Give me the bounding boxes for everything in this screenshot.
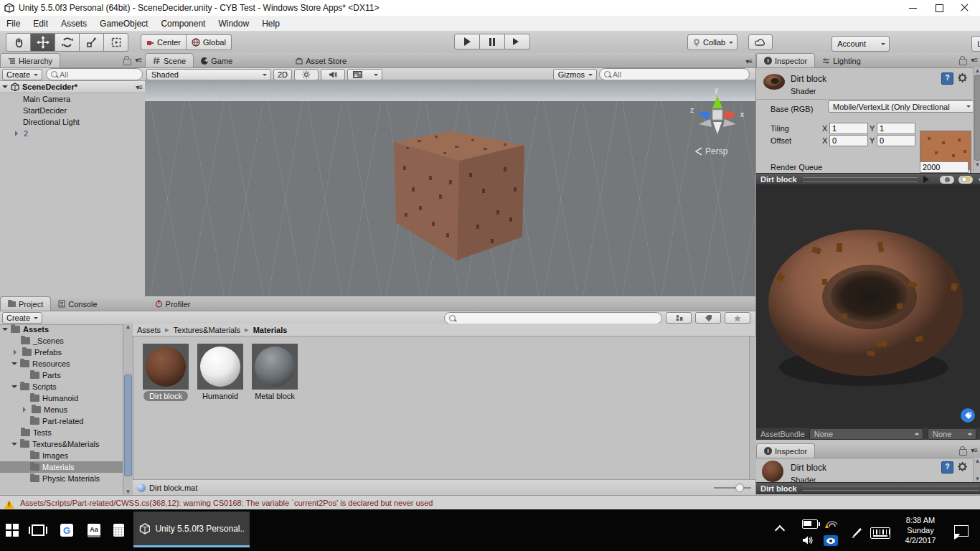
space-toggle-button[interactable]: Global <box>187 34 232 50</box>
search-by-type-button[interactable] <box>666 312 692 324</box>
thumbnail-size-slider[interactable] <box>714 484 744 492</box>
panel-menu-icon[interactable]: ▾≡ <box>971 446 977 456</box>
help-icon[interactable]: ? <box>941 461 953 474</box>
tree-prefabs[interactable]: Prefabs <box>0 347 133 358</box>
tree-scenes[interactable]: _Scenes <box>0 335 133 347</box>
hierarchy-item-2[interactable]: 2 <box>0 128 145 139</box>
tree-part-related[interactable]: Part-related <box>0 415 133 427</box>
chrome-taskbar-button[interactable]: G <box>60 509 73 551</box>
render-queue-field[interactable] <box>920 161 969 173</box>
preview-shape-button[interactable] <box>940 176 954 184</box>
scene-search[interactable] <box>599 68 750 80</box>
scale-tool-button[interactable] <box>80 33 104 52</box>
preview-play-icon[interactable] <box>923 176 933 183</box>
eye-care-tray-icon[interactable] <box>824 535 838 546</box>
account-dropdown[interactable]: Account <box>831 36 890 52</box>
asset-dirt-block[interactable]: Dirt block <box>143 344 189 400</box>
shading-mode-dropdown[interactable]: Shaded <box>146 69 271 80</box>
start-button[interactable] <box>6 509 19 551</box>
volume-icon[interactable] <box>802 535 815 547</box>
breadcrumb-textures-materials[interactable]: Textures&Materials <box>174 326 241 334</box>
gizmos-dropdown[interactable]: Gizmos <box>553 69 597 80</box>
hierarchy-create-dropdown[interactable]: Create <box>2 69 42 80</box>
layers-dropdown[interactable]: Layers <box>971 36 980 52</box>
project-create-dropdown[interactable]: Create <box>2 312 42 324</box>
tiling-y-field[interactable] <box>877 123 915 134</box>
scene-effects-dropdown[interactable] <box>347 69 382 80</box>
panel-menu-icon[interactable]: ▾≡ <box>135 56 141 65</box>
pause-button[interactable] <box>480 34 505 50</box>
scene-audio-button[interactable] <box>321 69 345 80</box>
tree-images[interactable]: Images <box>0 450 133 461</box>
tree-humanoid[interactable]: Humanoid <box>0 392 133 404</box>
project-search-input[interactable] <box>458 314 657 322</box>
slider-thumb[interactable] <box>735 484 744 492</box>
scene-viewport[interactable]: y x z Persp <box>145 80 755 296</box>
tree-assets[interactable]: Assets <box>0 324 133 335</box>
menu-gameobject[interactable]: GameObject <box>93 16 154 31</box>
favorites-button[interactable] <box>725 312 750 324</box>
tab-inspector[interactable]: i Inspector <box>756 53 815 67</box>
tab-project[interactable]: Project <box>0 296 51 311</box>
move-tool-button[interactable] <box>31 33 55 52</box>
hierarchy-item-main-camera[interactable]: Main Camera <box>0 93 145 105</box>
shader-dropdown[interactable]: Mobile/VertexLit (Only Directional <box>828 100 974 113</box>
asset-humanoid[interactable]: Humanoid <box>197 344 243 400</box>
drag-handle[interactable] <box>803 486 979 491</box>
unity-taskbar-button[interactable]: Unity 5.5.0f3 Personal... <box>133 512 250 547</box>
asset-metal-block[interactable]: Metal block <box>252 344 298 400</box>
rotate-tool-button[interactable] <box>55 33 80 52</box>
calculator-taskbar-button[interactable] <box>113 509 124 551</box>
project-tree-scrollbar[interactable]: ▲ ▼ <box>123 324 133 495</box>
tree-menus[interactable]: Menus <box>0 404 133 415</box>
tree-materials[interactable]: Materials <box>0 461 133 473</box>
tab-lighting[interactable]: Lighting <box>815 54 868 67</box>
hierarchy-item-directional-light[interactable]: Directional Light <box>0 116 145 128</box>
hierarchy-search-input[interactable] <box>60 70 138 79</box>
tray-clock[interactable]: 8:38 AM Sunday 4/2/2017 <box>895 515 946 545</box>
preview2-header[interactable]: Dirt block <box>756 482 980 494</box>
dictionary-taskbar-button[interactable]: Aa <box>88 509 100 551</box>
help-icon[interactable]: ? <box>941 72 953 85</box>
tree-textures-materials[interactable]: Textures&Materials <box>0 438 133 450</box>
menu-window[interactable]: Window <box>212 16 255 31</box>
assetbundle-dropdown[interactable]: None <box>809 428 923 440</box>
panel-menu-icon[interactable]: ▾≡ <box>745 57 755 67</box>
asset-grid-scrollbar[interactable] <box>749 336 756 479</box>
expand-icon[interactable] <box>2 85 8 91</box>
maximize-button[interactable] <box>934 3 944 13</box>
persp-label[interactable]: Persp <box>705 146 728 156</box>
collab-dropdown[interactable]: Collab <box>687 34 738 50</box>
task-view-button[interactable] <box>32 509 44 551</box>
inspector-scrollbar[interactable]: ▲ ▼ <box>973 67 980 173</box>
menu-help[interactable]: Help <box>255 16 286 31</box>
step-button[interactable] <box>505 34 530 50</box>
scene-search-input[interactable] <box>613 70 745 79</box>
offset-y-field[interactable] <box>877 135 915 146</box>
breadcrumb-assets[interactable]: Assets <box>137 326 161 334</box>
menu-assets[interactable]: Assets <box>55 16 93 31</box>
project-search[interactable] <box>444 312 662 324</box>
tree-scripts[interactable]: Scripts <box>0 381 133 392</box>
2d-toggle-button[interactable]: 2D <box>273 69 292 80</box>
tray-expand-chevron[interactable] <box>776 527 786 534</box>
lock-icon[interactable] <box>123 59 131 65</box>
minimize-button[interactable] <box>908 3 918 13</box>
material-preview-viewport[interactable] <box>756 184 980 427</box>
tab-profiler[interactable]: Profiler <box>148 297 198 311</box>
hand-tool-button[interactable] <box>6 33 31 52</box>
tab-game[interactable]: Game <box>194 54 240 67</box>
drag-handle[interactable] <box>803 177 918 182</box>
status-bar[interactable]: Assets/Scripts/Part-related/CWSS.cs(368,… <box>0 495 980 510</box>
scene-root-row[interactable]: SceneDecider* ▾≡ <box>0 81 145 93</box>
menu-component[interactable]: Component <box>154 16 212 31</box>
tab-console[interactable]: Console <box>51 297 104 311</box>
pen-tray-icon[interactable] <box>851 525 864 538</box>
expand-icon[interactable] <box>15 131 21 136</box>
menu-file[interactable]: File <box>0 16 27 31</box>
battery-icon[interactable] <box>802 519 818 529</box>
assetbundle-variant-dropdown[interactable]: None <box>928 428 976 440</box>
hierarchy-search[interactable] <box>46 68 143 80</box>
tiling-x-field[interactable] <box>829 123 868 134</box>
assetbundle-tag-icon[interactable] <box>961 408 975 423</box>
